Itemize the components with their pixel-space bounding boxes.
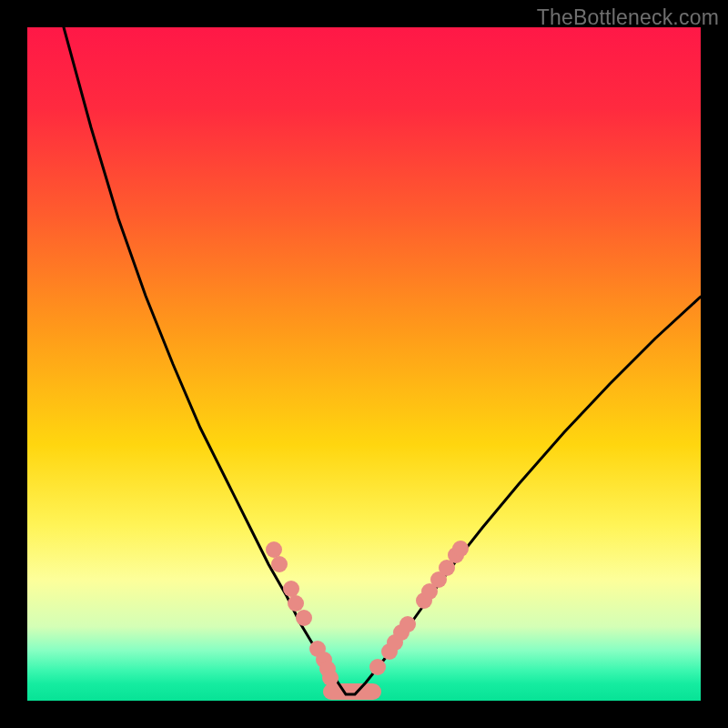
chart-frame: TheBottleneck.com (0, 0, 728, 728)
peach-dot (283, 581, 299, 597)
curve-layer (27, 27, 701, 701)
main-curve (64, 27, 701, 694)
peach-dot (296, 610, 312, 626)
watermark-text: TheBottleneck.com (537, 5, 719, 30)
peach-dot (322, 670, 339, 686)
peach-dot (271, 556, 288, 572)
plot-area (27, 27, 701, 701)
peach-dot (399, 616, 416, 632)
peach-dot (288, 595, 304, 612)
peach-dot (266, 541, 282, 558)
peach-dot (452, 541, 469, 557)
peach-dot (369, 659, 386, 675)
